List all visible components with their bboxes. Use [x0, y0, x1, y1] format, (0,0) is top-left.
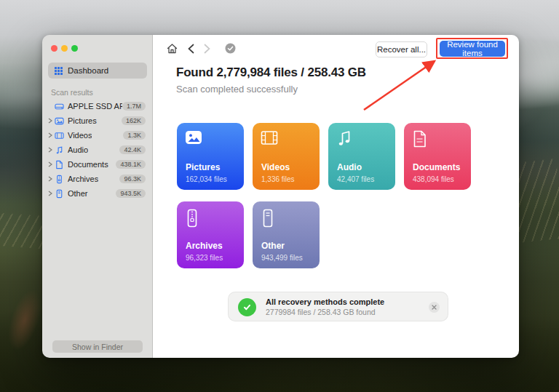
zoom-window-button[interactable] — [71, 45, 78, 52]
documents-icon — [54, 160, 64, 169]
tile-count: 96,323 files — [186, 254, 223, 262]
home-icon[interactable] — [166, 43, 178, 55]
window-controls — [51, 45, 78, 52]
tile-documents[interactable]: Documents 438,094 files — [404, 123, 471, 190]
grid-icon — [55, 67, 63, 75]
tile-other[interactable]: Other 943,499 files — [253, 201, 320, 268]
tile-label: Archives — [186, 241, 223, 251]
tile-label: Other — [261, 241, 285, 251]
pictures-icon — [54, 116, 64, 126]
tile-count: 162,034 files — [186, 175, 227, 183]
sidebar-item-apple-ssd[interactable]: APPLE SSD AP0... 1.7M — [42, 99, 153, 113]
app-window: Dashboard Scan results APPLE SSD AP0... … — [42, 35, 519, 358]
tile-pictures[interactable]: Pictures 162,034 files — [177, 123, 244, 190]
sidebar-item-audio[interactable]: Audio 42.4K — [42, 143, 153, 157]
minimize-window-button[interactable] — [61, 45, 68, 52]
sidebar-section-label: Scan results — [51, 88, 93, 97]
back-icon[interactable] — [188, 44, 194, 54]
chevron-right-icon[interactable] — [47, 191, 54, 196]
scan-results-list: APPLE SSD AP0... 1.7M Pictures 162K — [42, 99, 153, 201]
count-badge: 162K — [122, 116, 146, 125]
chevron-right-icon[interactable] — [47, 161, 54, 167]
page-title: Found 2,779,984 files / 258.43 GB — [176, 65, 366, 80]
count-badge: 943.5K — [116, 189, 146, 198]
other-icon — [261, 209, 275, 231]
sidebar-item-label: Other — [68, 189, 88, 198]
tile-archives[interactable]: Archives 96,323 files — [177, 201, 244, 268]
desktop: Dashboard Scan results APPLE SSD AP0... … — [0, 0, 559, 392]
close-icon[interactable] — [429, 302, 440, 313]
sidebar-item-label: Documents — [68, 160, 108, 169]
sidebar-item-pictures[interactable]: Pictures 162K — [42, 113, 153, 128]
sidebar-item-label: Audio — [68, 145, 88, 154]
audio-icon — [336, 130, 352, 150]
tile-label: Pictures — [186, 162, 220, 172]
audio-icon — [54, 145, 64, 155]
scan-complete-icon — [225, 43, 236, 54]
sidebar-item-label: Archives — [68, 175, 98, 183]
sidebar-item-label: Pictures — [68, 116, 97, 125]
main-pane: Recover all... Review found items Found … — [153, 35, 519, 358]
sidebar-item-label: Videos — [68, 131, 92, 140]
tile-count: 42,407 files — [337, 175, 374, 183]
chevron-right-icon[interactable] — [47, 176, 54, 182]
sidebar-item-label: Dashboard — [68, 66, 108, 75]
tile-count: 438,094 files — [413, 175, 454, 183]
sidebar-item-dashboard[interactable]: Dashboard — [48, 63, 147, 79]
forward-icon[interactable] — [204, 44, 210, 54]
tile-audio[interactable]: Audio 42,407 files — [328, 123, 395, 190]
chevron-right-icon[interactable] — [47, 132, 54, 138]
count-badge: 1.7M — [122, 102, 146, 111]
archives-icon — [185, 209, 199, 231]
category-tiles: Pictures 162,034 files Videos 1,336 file… — [177, 123, 483, 268]
recover-all-button[interactable]: Recover all... — [376, 41, 427, 57]
sidebar-item-other[interactable]: Other 943.5K — [42, 186, 153, 201]
tile-label: Documents — [413, 162, 460, 172]
notification-subtitle: 2779984 files / 258.43 GB found — [266, 308, 376, 316]
sidebar-item-documents[interactable]: Documents 438.1K — [42, 157, 153, 172]
count-badge: 96.3K — [119, 175, 146, 183]
sidebar-item-archives[interactable]: Archives 96.3K — [42, 172, 153, 186]
close-window-button[interactable] — [51, 45, 58, 52]
sidebar-item-label: APPLE SSD AP0... — [68, 102, 122, 111]
sidebar: Dashboard Scan results APPLE SSD AP0... … — [42, 35, 153, 358]
tile-label: Audio — [337, 162, 362, 172]
other-icon — [54, 189, 64, 199]
notification-banner: All recovery methods complete 2779984 fi… — [228, 292, 448, 321]
tile-label: Videos — [261, 162, 290, 172]
archives-icon — [54, 175, 64, 184]
count-badge: 1.3K — [123, 131, 146, 140]
documents-icon — [412, 130, 427, 151]
tile-count: 1,336 files — [261, 175, 295, 183]
review-found-items-button[interactable]: Review found items — [440, 41, 505, 57]
notification-title: All recovery methods complete — [266, 297, 384, 306]
show-in-finder-button[interactable]: Show in Finder — [52, 340, 143, 353]
videos-icon — [54, 131, 64, 140]
count-badge: 42.4K — [119, 145, 146, 154]
tile-videos[interactable]: Videos 1,336 files — [253, 123, 320, 190]
page-subtitle: Scan completed successfully — [176, 84, 298, 95]
tile-count: 943,499 files — [261, 254, 303, 262]
count-badge: 438.1K — [116, 160, 146, 169]
check-circle-icon — [238, 298, 256, 316]
chevron-right-icon[interactable] — [47, 147, 54, 153]
disk-icon — [54, 102, 64, 111]
sidebar-item-videos[interactable]: Videos 1.3K — [42, 128, 153, 143]
videos-icon — [261, 130, 278, 148]
pictures-icon — [185, 130, 202, 148]
chevron-right-icon[interactable] — [47, 118, 54, 124]
